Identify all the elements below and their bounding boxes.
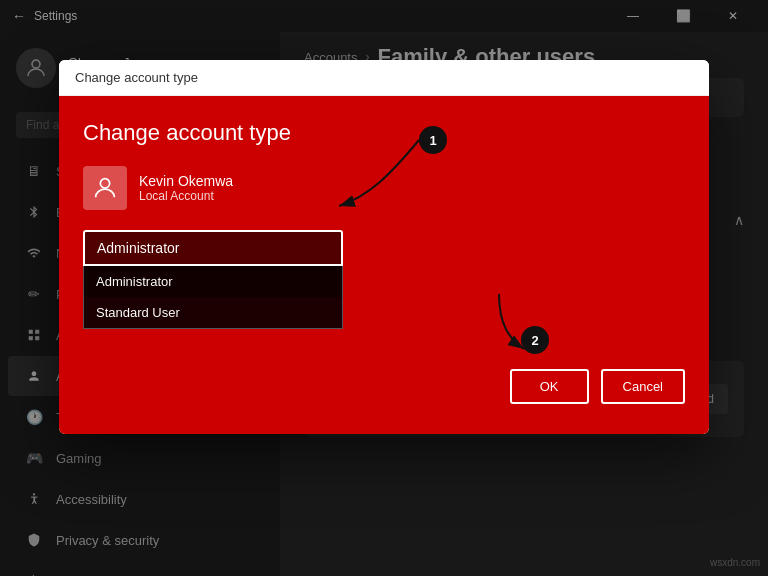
dialog-buttons: OK Cancel xyxy=(83,369,685,404)
dialog-user-row: Kevin Okemwa Local Account xyxy=(83,166,685,210)
dialog-user-account-type: Local Account xyxy=(139,189,233,203)
dropdown-item-standard[interactable]: Standard User xyxy=(84,297,342,328)
dropdown-value: Administrator xyxy=(97,240,179,256)
dialog-titlebar: Change account type xyxy=(59,60,709,96)
modal-overlay: Change account type Change account type … xyxy=(0,0,768,576)
ok-button[interactable]: OK xyxy=(510,369,589,404)
dropdown-item-administrator[interactable]: Administrator xyxy=(84,266,342,297)
annotation-1: 1 xyxy=(419,126,447,154)
svg-point-8 xyxy=(100,179,109,188)
annotation-2: 2 xyxy=(521,326,549,354)
cancel-button[interactable]: Cancel xyxy=(601,369,685,404)
dropdown-selected[interactable]: Administrator xyxy=(83,230,343,266)
dialog-user-name: Kevin Okemwa xyxy=(139,173,233,189)
dialog: Change account type Change account type … xyxy=(59,60,709,434)
dialog-avatar xyxy=(83,166,127,210)
dialog-heading: Change account type xyxy=(83,120,685,146)
dialog-user-info: Kevin Okemwa Local Account xyxy=(139,173,233,203)
dropdown-list: Administrator Standard User xyxy=(83,266,343,329)
dialog-body: Change account type Kevin Okemwa Local A… xyxy=(59,96,709,434)
account-type-dropdown[interactable]: Administrator Administrator Standard Use… xyxy=(83,230,343,329)
